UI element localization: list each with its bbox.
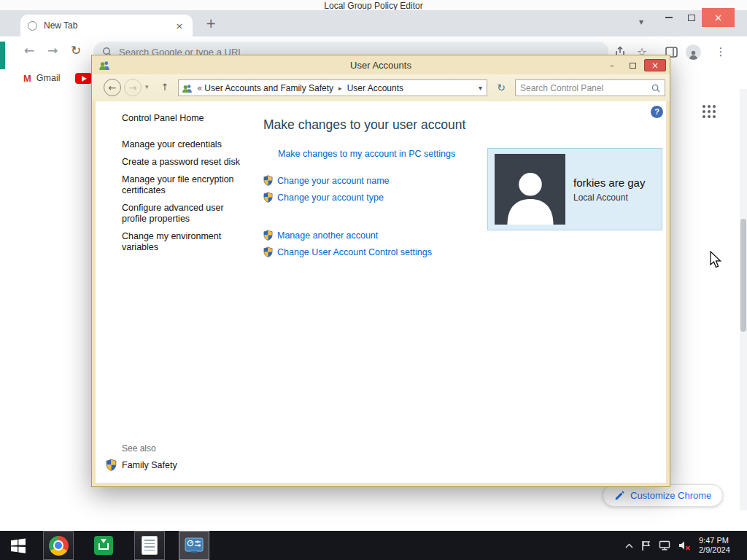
sidebar-item-family-safety[interactable]: Family Safety: [106, 459, 177, 471]
explorer-toolbar: ← → ▾ ↑ « User Accounts and Family Safet…: [92, 74, 670, 101]
breadcrumb-current[interactable]: User Accounts: [347, 83, 403, 93]
tab-close-icon[interactable]: ×: [174, 20, 185, 31]
control-panel-icon: [185, 536, 204, 555]
uac-shield-icon: [263, 175, 273, 186]
recent-pages-chevron-icon[interactable]: ▾: [145, 83, 149, 90]
link-label: Manage another account: [277, 230, 378, 241]
user-info: forkies are gay Local Account: [573, 176, 645, 203]
chrome-minimize-button[interactable]: [659, 8, 679, 27]
reload-icon[interactable]: ↻: [66, 43, 85, 58]
pencil-icon: [614, 491, 624, 501]
sidebar-item-password-reset-disk[interactable]: Create a password reset disk: [122, 157, 244, 168]
youtube-icon[interactable]: [75, 73, 92, 84]
sidebar-item-manage-credentials[interactable]: Manage your credentials: [122, 139, 244, 150]
tab-favicon-icon: [28, 21, 37, 31]
refresh-button[interactable]: ↻: [492, 79, 511, 96]
sidebar-item-control-panel-home[interactable]: Control Panel Home: [122, 113, 204, 123]
sidebar-item-environment-variables[interactable]: Change my environment variables: [122, 231, 244, 253]
user-account-tile[interactable]: forkies are gay Local Account: [487, 148, 662, 230]
control-panel-item-icon: [182, 84, 193, 93]
taskbar-chrome-button[interactable]: [43, 531, 74, 560]
hidden-icons-chevron-icon[interactable]: [625, 543, 633, 548]
nav-up-button[interactable]: ↑: [156, 79, 174, 96]
tab-title: New Tab: [44, 20, 174, 31]
breadcrumb-parent[interactable]: User Accounts and Family Safety: [204, 83, 333, 93]
window-minimize-button[interactable]: –: [603, 59, 622, 71]
link-pc-settings[interactable]: Make changes to my account in PC setting…: [278, 149, 455, 159]
clock-time: 9:47 PM: [699, 536, 738, 545]
link-label: Change User Account Control settings: [277, 247, 432, 257]
user-name: forkies are gay: [573, 176, 645, 189]
background-window-sliver: [0, 42, 5, 69]
control-panel-search-input[interactable]: [520, 83, 651, 93]
start-button[interactable]: [0, 531, 36, 560]
uac-shield-icon: [263, 246, 273, 257]
browser-tab[interactable]: New Tab ×: [20, 15, 193, 36]
link-label: Change your account name: [277, 176, 390, 186]
action-center-flag-icon[interactable]: [641, 540, 651, 551]
uac-shield-icon: [263, 230, 273, 241]
sidebar-item-encryption-certificates[interactable]: Manage your file encryption certificates: [122, 174, 244, 196]
nav-back-button[interactable]: ←: [104, 79, 121, 96]
system-tray: 9:47 PM 2/9/2024: [625, 536, 747, 555]
uac-shield-icon: [263, 192, 273, 203]
breadcrumb-dropdown-icon[interactable]: ▾: [474, 84, 487, 92]
taskbar-green-app-button[interactable]: [88, 531, 119, 560]
control-panel-sidebar: Control Panel Home Manage your credentia…: [96, 101, 258, 483]
volume-muted-icon[interactable]: [678, 540, 691, 551]
link-change-account-type[interactable]: Change your account type: [263, 192, 384, 203]
nav-forward-button[interactable]: →: [124, 79, 142, 96]
page-scrollbar[interactable]: [740, 89, 747, 510]
menu-kebab-icon[interactable]: ⋮: [712, 44, 729, 60]
minimize-icon: [665, 17, 673, 18]
tab-search-chevron-icon[interactable]: ▾: [639, 17, 643, 27]
bookmark-gmail[interactable]: Gmail: [36, 73, 61, 83]
chrome-icon: [49, 536, 69, 556]
desktop: Local Group Policy Editor New Tab × + ▾ …: [0, 0, 747, 560]
google-apps-grid-icon[interactable]: [703, 105, 717, 120]
network-icon[interactable]: [659, 540, 670, 551]
clock-date: 2/9/2024: [699, 545, 738, 555]
link-manage-another-account[interactable]: Manage another account: [263, 230, 378, 241]
breadcrumb-collapsed-icon[interactable]: «: [196, 83, 204, 93]
account-type-label: Local Account: [573, 192, 645, 203]
chrome-tabstrip: New Tab × + ▾ ×: [0, 10, 747, 36]
window-maximize-button[interactable]: [623, 59, 642, 71]
background-window-title: Local Group Policy Editor: [324, 1, 422, 10]
maximize-icon: [630, 63, 636, 69]
window-content: ? Control Panel Home Manage your credent…: [96, 101, 666, 483]
back-icon[interactable]: ←: [20, 43, 39, 58]
green-app-icon: [94, 536, 113, 555]
maximize-icon: [688, 15, 695, 21]
customize-chrome-button[interactable]: Customize Chrome: [603, 484, 723, 507]
sidebar-task-list: Manage your credentials Create a passwor…: [122, 139, 244, 260]
user-accounts-window: User Accounts – × ← → ▾ ↑ « User Account…: [91, 55, 670, 487]
family-safety-label: Family Safety: [122, 460, 177, 470]
link-change-uac-settings[interactable]: Change User Account Control settings: [263, 246, 432, 257]
window-titlebar[interactable]: User Accounts – ×: [92, 55, 670, 74]
breadcrumb-separator-icon: ▸: [333, 85, 347, 92]
chrome-maximize-button[interactable]: [682, 8, 701, 27]
mouse-cursor: [710, 251, 723, 269]
taskbar-gpedit-button[interactable]: [134, 531, 165, 560]
control-panel-search[interactable]: [515, 79, 665, 96]
gmail-icon: M: [23, 73, 31, 84]
scrollbar-thumb[interactable]: [740, 219, 746, 332]
link-change-account-name[interactable]: Change your account name: [263, 175, 390, 186]
search-icon: [651, 84, 660, 93]
taskbar-clock[interactable]: 9:47 PM 2/9/2024: [699, 536, 738, 555]
customize-chrome-label: Customize Chrome: [630, 490, 711, 501]
background-window-titlebar[interactable]: Local Group Policy Editor: [0, 0, 747, 10]
windows-logo-icon: [10, 537, 26, 553]
forward-icon[interactable]: →: [43, 43, 62, 58]
chrome-close-button[interactable]: ×: [702, 8, 735, 27]
see-also-heading: See also: [122, 443, 156, 454]
window-close-button[interactable]: ×: [644, 59, 666, 71]
new-tab-button[interactable]: +: [203, 16, 219, 32]
person-icon: [499, 162, 562, 225]
taskbar-control-panel-button[interactable]: [179, 531, 209, 560]
profile-avatar[interactable]: [684, 44, 702, 60]
sidebar-item-advanced-profile[interactable]: Configure advanced user profile properti…: [122, 203, 244, 225]
breadcrumb[interactable]: « User Accounts and Family Safety ▸ User…: [178, 79, 487, 96]
control-panel-main: Make changes to your user account Make c…: [262, 101, 666, 483]
